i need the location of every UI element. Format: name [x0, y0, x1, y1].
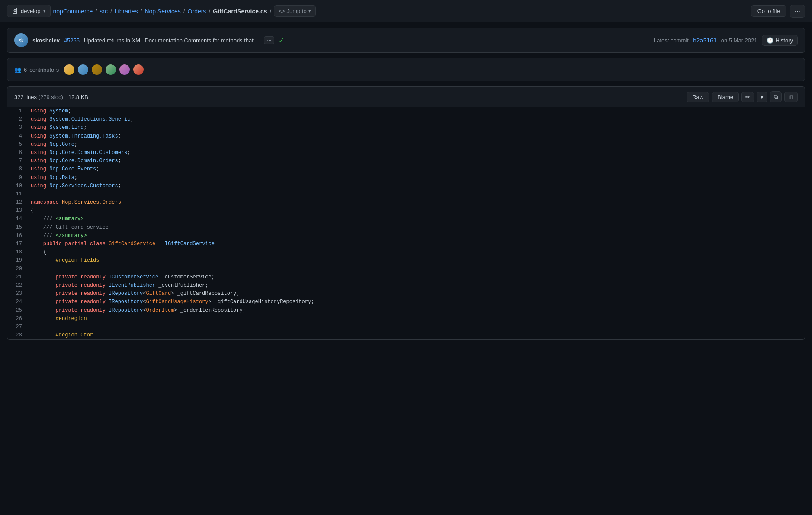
table-row: 3 using System.Linq; [7, 124, 805, 132]
code-container: 1 using System; 2 using System.Collectio… [7, 107, 805, 340]
line-number-7[interactable]: 7 [7, 157, 29, 165]
line-number-18[interactable]: 18 [7, 248, 29, 256]
line-number-3[interactable]: 3 [7, 124, 29, 132]
breadcrumb-area: 🗄 develop ▾ nopCommerce / src / Librarie… [7, 5, 316, 17]
contributors-bar: 👥 6 contributors [7, 58, 805, 81]
breadcrumb-nopcommerce[interactable]: nopCommerce [53, 8, 93, 15]
line-number-20[interactable]: 20 [7, 265, 29, 273]
line-code-24: private readonly IRepository<GiftCardUsa… [29, 298, 805, 306]
go-to-file-button[interactable]: Go to file [751, 5, 786, 17]
table-row: 13 { [7, 207, 805, 215]
edit-button[interactable]: ✏ [741, 92, 754, 102]
line-number-11[interactable]: 11 [7, 190, 29, 198]
edit-dropdown-button[interactable]: ▾ [757, 92, 767, 102]
table-row: 12 namespace Nop.Services.Orders [7, 198, 805, 207]
line-count: 322 lines (279 sloc) [14, 94, 63, 100]
branch-chevron-icon: ▾ [43, 8, 46, 14]
line-number-25[interactable]: 25 [7, 307, 29, 315]
line-code-18: { [29, 248, 805, 256]
commit-date: on 5 Mar 2021 [721, 37, 757, 44]
table-row: 21 private readonly ICustomerService _cu… [7, 273, 805, 281]
top-nav: 🗄 develop ▾ nopCommerce / src / Librarie… [0, 0, 812, 22]
table-row: 18 { [7, 248, 805, 256]
line-code-17: public partial class GiftCardService : I… [29, 240, 805, 248]
line-number-6[interactable]: 6 [7, 149, 29, 157]
branch-selector[interactable]: 🗄 develop ▾ [7, 5, 51, 17]
sep-4: / [183, 8, 185, 15]
sep-5: / [209, 8, 210, 15]
line-code-1: using System; [29, 107, 805, 115]
history-label: History [776, 37, 793, 44]
line-number-14[interactable]: 14 [7, 215, 29, 223]
line-number-23[interactable]: 23 [7, 290, 29, 298]
line-number-10[interactable]: 10 [7, 182, 29, 190]
commit-info-left: sk skoshelev #5255 Updated returns in XM… [14, 33, 284, 47]
sep-3: / [141, 8, 142, 15]
line-number-12[interactable]: 12 [7, 198, 29, 207]
table-row: 4 using System.Threading.Tasks; [7, 132, 805, 141]
line-number-26[interactable]: 26 [7, 315, 29, 323]
line-number-22[interactable]: 22 [7, 281, 29, 290]
line-code-22: private readonly IEventPublisher _eventP… [29, 281, 805, 290]
commit-hash-link[interactable]: b2a5161 [693, 37, 717, 44]
line-number-17[interactable]: 17 [7, 240, 29, 248]
line-number-1[interactable]: 1 [7, 107, 29, 115]
delete-button[interactable]: 🗑 [784, 92, 798, 102]
line-code-4: using System.Threading.Tasks; [29, 132, 805, 141]
line-number-28[interactable]: 28 [7, 331, 29, 339]
line-number-8[interactable]: 8 [7, 165, 29, 173]
contributor-avatar-4[interactable] [105, 64, 117, 76]
commit-message: Updated returns in XML Documentation Com… [84, 37, 260, 44]
raw-button[interactable]: Raw [687, 92, 709, 102]
jump-to-label: Jump to [286, 8, 306, 14]
line-code-28: #region Ctor [29, 331, 805, 339]
line-number-9[interactable]: 9 [7, 174, 29, 182]
line-number-21[interactable]: 21 [7, 273, 29, 281]
line-number-19[interactable]: 19 [7, 256, 29, 265]
line-number-15[interactable]: 15 [7, 224, 29, 232]
table-row: 10 using Nop.Services.Customers; [7, 182, 805, 190]
line-number-16[interactable]: 16 [7, 232, 29, 240]
more-options-button[interactable]: ··· [790, 5, 805, 18]
latest-commit-label: Latest commit [654, 37, 689, 44]
line-number-2[interactable]: 2 [7, 115, 29, 124]
breadcrumb-orders[interactable]: Orders [188, 8, 206, 15]
contributor-avatar-6[interactable] [132, 64, 144, 76]
sep-1: / [95, 8, 97, 15]
line-number-4[interactable]: 4 [7, 132, 29, 141]
breadcrumb-src[interactable]: src [99, 8, 108, 15]
contributor-avatar-2[interactable] [77, 64, 89, 76]
commit-info-right: Latest commit b2a5161 on 5 Mar 2021 🕐 Hi… [654, 35, 798, 46]
contributors-text: contributors [29, 67, 59, 73]
table-row: 27 [7, 323, 805, 331]
table-row: 17 public partial class GiftCardService … [7, 240, 805, 248]
table-row: 16 /// </summary> [7, 232, 805, 240]
line-number-5[interactable]: 5 [7, 141, 29, 149]
commit-ellipsis-btn[interactable]: ··· [264, 36, 274, 44]
line-number-27[interactable]: 27 [7, 323, 29, 331]
file-info-bar: 322 lines (279 sloc) 12.8 KB Raw Blame ✏… [7, 86, 805, 107]
contributor-avatar-3[interactable] [91, 64, 103, 76]
table-row: 15 /// Gift card service [7, 224, 805, 232]
copy-button[interactable]: ⧉ [770, 91, 782, 102]
breadcrumb-nopservices[interactable]: Nop.Services [144, 8, 180, 15]
contributor-avatar-1[interactable] [63, 64, 75, 76]
history-button[interactable]: 🕐 History [762, 35, 798, 46]
commit-author[interactable]: skoshelev [32, 37, 60, 44]
blame-button[interactable]: Blame [712, 92, 739, 102]
jump-to-button[interactable]: <> Jump to ▾ [274, 5, 315, 17]
table-row: 23 private readonly IRepository<GiftCard… [7, 290, 805, 298]
line-number-13[interactable]: 13 [7, 207, 29, 215]
contributor-avatar-5[interactable] [119, 64, 131, 76]
table-row: 26 #endregion [7, 315, 805, 323]
line-code-27 [29, 323, 805, 331]
line-code-16: /// </summary> [29, 232, 805, 240]
table-row: 24 private readonly IRepository<GiftCard… [7, 298, 805, 306]
jump-chevron-icon: ▾ [308, 8, 311, 14]
breadcrumb-libraries[interactable]: Libraries [115, 8, 138, 15]
line-code-20 [29, 265, 805, 273]
table-row: 20 [7, 265, 805, 273]
line-number-24[interactable]: 24 [7, 298, 29, 306]
commit-id-link[interactable]: #5255 [64, 37, 80, 44]
line-code-8: using Nop.Core.Events; [29, 165, 805, 173]
